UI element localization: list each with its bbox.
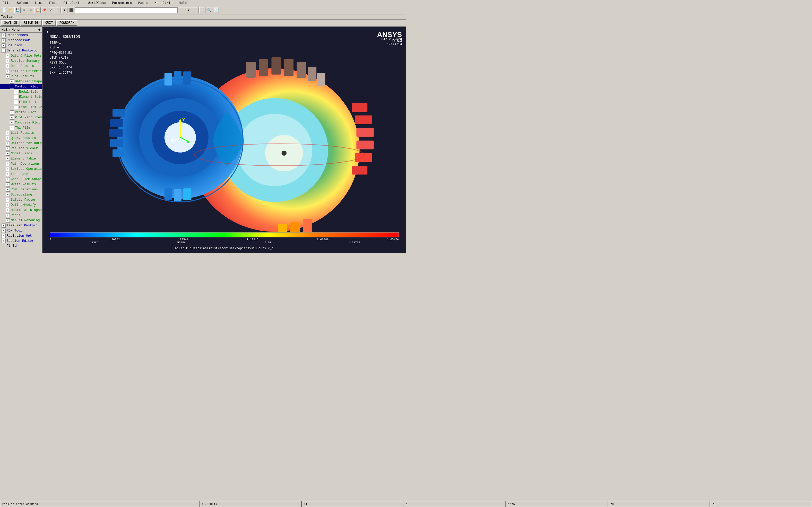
tree-item-check-elem-shape[interactable]: + Check Elem Shape bbox=[0, 177, 42, 182]
tree-item-results-summary[interactable]: + Results Summary bbox=[0, 58, 42, 63]
tree-item-session-editor[interactable]: + Session Editor bbox=[0, 238, 42, 243]
menu-plot[interactable]: Plot bbox=[48, 1, 59, 5]
expander-elem-table[interactable]: + bbox=[14, 100, 18, 104]
tree-item-define-modify[interactable]: + Define/Modify bbox=[0, 203, 42, 208]
expander-element-table[interactable]: + bbox=[6, 157, 10, 161]
toolbar-save-btn[interactable]: 💾 bbox=[14, 7, 20, 13]
expander-results-summary[interactable]: + bbox=[6, 59, 10, 63]
powrgrph-button[interactable]: POWRGRPH bbox=[56, 20, 78, 26]
tree-item-safety-factor[interactable]: + Safety Factor bbox=[0, 197, 42, 203]
expander-preferences[interactable]: + bbox=[2, 33, 6, 37]
menu-select[interactable]: Select bbox=[15, 1, 31, 5]
toolbar-go-btn[interactable]: ▼ bbox=[178, 7, 199, 13]
expander-nonlinear-diagnostics[interactable]: + bbox=[6, 208, 10, 212]
tree-item-radiation-opt[interactable]: + Radiation Opt bbox=[0, 233, 42, 238]
tree-item-data-file-opts[interactable]: + Data & File Opts bbox=[0, 53, 42, 58]
menu-help[interactable]: Help bbox=[177, 1, 188, 5]
expander-contour-plot[interactable]: - bbox=[10, 84, 14, 89]
expander-timehist-postpro[interactable]: + bbox=[2, 224, 6, 228]
toolbar-extra-btn[interactable]: ⬛ bbox=[68, 7, 74, 13]
expander-submodeling[interactable]: + bbox=[6, 193, 10, 197]
tree-item-results-viewer[interactable]: + Results Viewer bbox=[0, 146, 42, 151]
toolbar-nav3-btn[interactable]: 📊 bbox=[213, 7, 219, 13]
resum-db-button[interactable]: RESUM_DB bbox=[20, 20, 42, 26]
toolbar-undo-btn[interactable]: ↩ bbox=[48, 7, 54, 13]
tree-item-nodal-calcs[interactable]: + Nodal Calcs bbox=[0, 151, 42, 156]
expander-surface-operations[interactable]: + bbox=[6, 167, 10, 171]
expander-path-operations[interactable]: + bbox=[6, 162, 10, 166]
expander-load-case[interactable]: + bbox=[6, 172, 10, 176]
expander-preprocessor[interactable]: + bbox=[2, 38, 6, 43]
tree-item-line-elem-res[interactable]: + Line Elem Res bbox=[0, 105, 42, 110]
expander-manual-rezoning[interactable]: + bbox=[6, 218, 10, 223]
expander-read-results[interactable]: + bbox=[6, 64, 10, 68]
toolbar-redo-btn[interactable]: ↪ bbox=[55, 7, 61, 13]
menu-plotctrls[interactable]: PlotCtrls bbox=[62, 1, 83, 5]
expander-session-editor[interactable]: + bbox=[2, 239, 6, 243]
tree-item-list-results[interactable]: + List Results bbox=[0, 130, 42, 135]
expander-write-results[interactable]: + bbox=[6, 182, 10, 186]
toolbar-info-btn[interactable]: ℹ bbox=[61, 7, 67, 13]
expander-check-elem-shape[interactable]: + bbox=[6, 177, 10, 181]
expander-options-for-outp[interactable]: + bbox=[6, 141, 10, 145]
toolbar-new-btn[interactable]: 📄 bbox=[1, 7, 7, 13]
tree-item-submodeling[interactable]: + Submodeling bbox=[0, 192, 42, 197]
toolbar-paste-btn[interactable]: 📌 bbox=[41, 7, 47, 13]
tree-item-solution[interactable]: + Solution bbox=[0, 43, 42, 48]
tree-item-load-case[interactable]: + Load Case bbox=[0, 172, 42, 177]
tree-item-concrete-plot[interactable]: + Concrete Plot bbox=[0, 120, 42, 125]
tree-container[interactable]: + Preferences + Preprocessor + Solution … bbox=[0, 33, 42, 253]
toolbar-open-btn[interactable]: 📂 bbox=[8, 7, 14, 13]
expander-data-file-opts[interactable]: + bbox=[6, 54, 10, 58]
tree-item-vector-plot[interactable]: + Vector Plot bbox=[0, 110, 42, 115]
expander-list-results[interactable]: + bbox=[6, 131, 10, 135]
save-db-button[interactable]: SAVE_DB bbox=[1, 20, 20, 26]
expander-line-elem-res[interactable]: + bbox=[14, 105, 18, 109]
toolbar-nav2-btn[interactable]: 🔍 bbox=[206, 7, 212, 13]
tree-item-reset[interactable]: + Reset bbox=[0, 213, 42, 218]
menu-menuctrls[interactable]: MenuCtrls bbox=[153, 1, 174, 5]
quit-button[interactable]: QUIT bbox=[42, 20, 56, 26]
expander-thinfilm[interactable]: + bbox=[10, 126, 14, 130]
tree-item-nodal-solu[interactable]: + Nodal Solu bbox=[0, 89, 42, 95]
tree-item-write-results[interactable]: + Write Results bbox=[0, 182, 42, 187]
tree-item-read-results[interactable]: + Read Results bbox=[0, 63, 42, 69]
expander-solution[interactable]: + bbox=[2, 44, 6, 48]
tree-item-plot-results[interactable]: - Plot Results bbox=[0, 74, 42, 79]
menu-macro[interactable]: Macro bbox=[137, 1, 150, 5]
expander-radiation-opt[interactable]: + bbox=[2, 234, 6, 238]
menu-parameters[interactable]: Parameters bbox=[110, 1, 134, 5]
expander-nodal-calcs[interactable]: + bbox=[6, 152, 10, 156]
tree-item-query-results[interactable]: + Query Results bbox=[0, 135, 42, 141]
tree-item-failure-criteria[interactable]: + Failure Criteria bbox=[0, 69, 42, 74]
toolbar-nav1-btn[interactable]: ⬅ bbox=[199, 7, 205, 13]
expander-rom-tool[interactable]: + bbox=[2, 229, 6, 233]
tree-item-timehist-postpro[interactable]: + TimeHist Postpro bbox=[0, 223, 42, 228]
tree-item-general-postproc[interactable]: - General Postproc bbox=[0, 48, 42, 53]
menu-workplane[interactable]: WorkPlane bbox=[86, 1, 107, 5]
toolbar-cut-btn[interactable]: ✂ bbox=[28, 7, 34, 13]
tree-item-finish[interactable]: Finish bbox=[0, 243, 42, 248]
menu-file[interactable]: File bbox=[1, 1, 12, 5]
expander-general-postproc[interactable]: - bbox=[2, 49, 6, 53]
expander-results-viewer[interactable]: + bbox=[6, 146, 10, 151]
tree-item-plot-path-item[interactable]: + Plot Path Item bbox=[0, 115, 42, 120]
tree-item-preferences[interactable]: + Preferences bbox=[0, 33, 42, 38]
command-input[interactable] bbox=[75, 7, 177, 13]
expander-safety-factor[interactable]: + bbox=[6, 198, 10, 202]
panel-close-icon[interactable]: ⊗ bbox=[38, 27, 40, 32]
expander-rom-operations[interactable]: + bbox=[6, 187, 10, 192]
toolbar-print-btn[interactable]: 🖨 bbox=[21, 7, 27, 13]
expander-failure-criteria[interactable]: + bbox=[6, 69, 10, 73]
expander-element-solu[interactable]: + bbox=[14, 95, 18, 99]
expander-deformed-shape[interactable]: + bbox=[10, 79, 14, 83]
tree-item-deformed-shape[interactable]: + Deformed Shape bbox=[0, 79, 42, 84]
expander-query-results[interactable]: + bbox=[6, 136, 10, 140]
tree-item-contour-plot[interactable]: - Contour Plot bbox=[0, 84, 42, 89]
expander-define-modify[interactable]: + bbox=[6, 203, 10, 207]
expander-plot-path-item[interactable]: + bbox=[10, 115, 14, 120]
expander-plot-results[interactable]: - bbox=[6, 74, 10, 78]
expander-vector-plot[interactable]: + bbox=[10, 110, 14, 114]
tree-item-rom-operations[interactable]: + ROM Operations bbox=[0, 187, 42, 192]
expander-nodal-solu[interactable]: + bbox=[14, 90, 18, 94]
